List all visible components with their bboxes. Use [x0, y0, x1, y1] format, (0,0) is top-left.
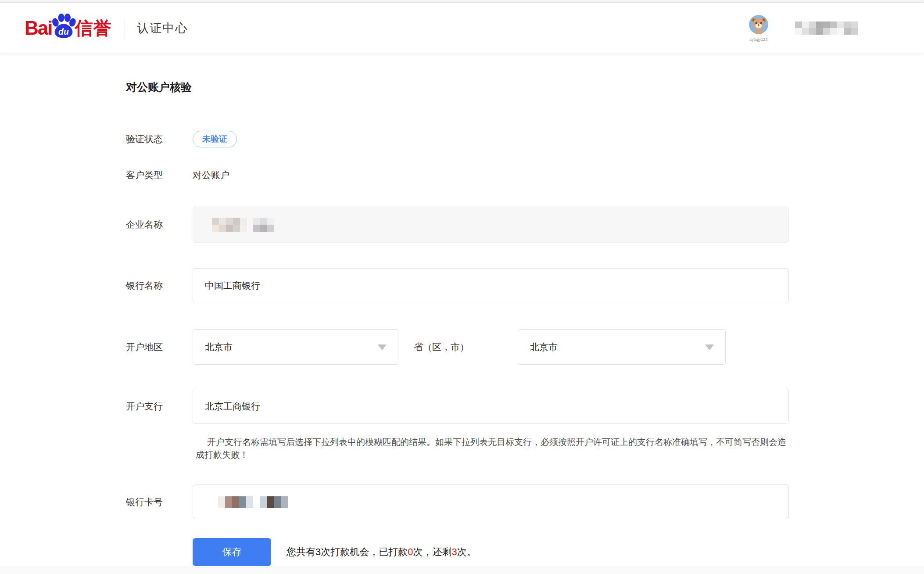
- row-card-number: 银行卡号: [126, 484, 789, 519]
- row-verify-status: 验证状态 未验证: [126, 130, 237, 148]
- attempts-total: 3: [315, 546, 321, 558]
- user-avatar[interactable]: zybqjy123: [743, 15, 774, 42]
- row-branch: 开户支行: [126, 389, 789, 424]
- customer-type-value: 对公账户: [193, 169, 229, 181]
- card-number-label: 银行卡号: [126, 496, 193, 508]
- province-select-value: 北京市: [205, 341, 233, 353]
- bank-name-input[interactable]: [193, 268, 789, 303]
- page-title: 对公账户核验: [126, 80, 192, 94]
- region-label: 开户地区: [126, 341, 193, 353]
- province-select[interactable]: 北京市: [193, 329, 398, 365]
- user-block: zybqjy123: [743, 15, 858, 42]
- redacted-card-number: [218, 496, 288, 508]
- row-region: 开户地区 北京市 省（区，市） 北京市: [126, 329, 726, 365]
- branch-help-text: 开户支行名称需填写后选择下拉列表中的模糊匹配的结果。如果下拉列表无目标支行，必须…: [196, 436, 791, 461]
- attempts-prefix: 您共有: [287, 545, 315, 559]
- bank-name-label: 银行名称: [126, 280, 193, 292]
- attempts-used: 0: [408, 546, 413, 558]
- save-button[interactable]: 保存: [193, 538, 271, 566]
- redacted-company-name: [212, 218, 274, 232]
- status-badge: 未验证: [193, 131, 237, 147]
- customer-type-label: 客户类型: [126, 169, 193, 181]
- logo-text-brand: 信誉: [75, 16, 111, 40]
- footer-strip: [0, 567, 924, 574]
- branch-input[interactable]: [193, 389, 789, 424]
- logo-text-du: du: [59, 27, 69, 36]
- chevron-down-icon: [378, 344, 387, 350]
- attempts-suffix: 次。: [457, 545, 476, 559]
- attempts-note: 您共有3次打款机会，已打款0次，还剩3次。: [287, 538, 476, 566]
- company-name-input[interactable]: [193, 207, 789, 243]
- branch-label: 开户支行: [126, 400, 193, 413]
- baidu-xinyu-logo[interactable]: Bai du 信誉: [25, 13, 111, 43]
- company-name-label: 企业名称: [126, 219, 193, 231]
- avatar-caption: zybqjy123: [750, 37, 768, 42]
- header: Bai du 信誉 认证中心: [0, 3, 924, 54]
- row-bank-name: 银行名称: [126, 268, 789, 303]
- attempts-mid1: 次打款机会，已打款: [321, 545, 408, 559]
- baidu-paw-icon: du: [50, 13, 77, 40]
- header-title: 认证中心: [137, 20, 188, 36]
- header-divider: [125, 20, 125, 36]
- bear-avatar-icon: [749, 15, 768, 36]
- chevron-down-icon: [705, 344, 714, 350]
- city-select[interactable]: 北京市: [518, 329, 726, 365]
- city-select-value: 北京市: [530, 341, 558, 353]
- redacted-username: [795, 22, 858, 35]
- row-company-name: 企业名称: [126, 207, 789, 243]
- row-customer-type: 客户类型 对公账户: [126, 168, 229, 182]
- corporate-account-verification-page: Bai du 信誉 认证中心: [0, 0, 924, 574]
- verify-status-label: 验证状态: [126, 133, 193, 145]
- region-middle-label: 省（区，市）: [414, 341, 518, 353]
- logo-text-bai: Bai: [25, 17, 52, 39]
- attempts-remaining: 3: [452, 546, 457, 558]
- attempts-mid2: 次，还剩: [413, 545, 452, 559]
